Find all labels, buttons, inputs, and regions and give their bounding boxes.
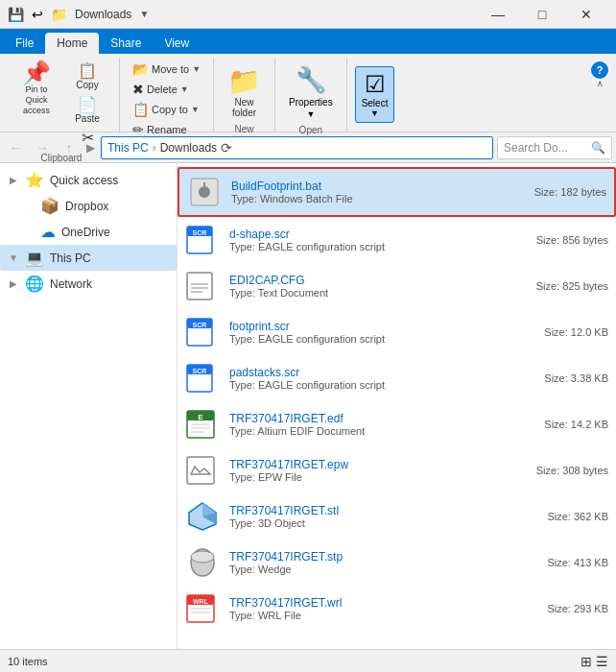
sidebar: ▶ ⭐ Quick access 📦 Dropbox ☁ OneDrive ▼ … — [0, 163, 178, 649]
copy-button[interactable]: 📋 Copy — [63, 60, 111, 92]
paste-icon: 📄 — [78, 95, 97, 113]
network-expander: ▶ — [8, 278, 19, 289]
paste-button[interactable]: 📄 Paste — [63, 93, 111, 126]
search-icon: 🔍 — [591, 141, 605, 155]
file-item-edi2cap[interactable]: EDI2CAP.CFG Type: Text Document Size: 82… — [178, 263, 616, 309]
file-size-trf-epw: Size: 308 bytes — [536, 465, 608, 476]
file-icon-padstacks: SCR — [185, 361, 220, 396]
file-item-padstacks[interactable]: SCR padstacks.scr Type: EAGLE configurat… — [178, 355, 616, 401]
sidebar-item-onedrive[interactable]: ☁ OneDrive — [15, 219, 177, 245]
select-icon: ☑ — [365, 71, 386, 98]
quick-access-save-icon[interactable]: 💾 — [8, 7, 24, 22]
refresh-button[interactable]: ⟳ — [217, 140, 236, 156]
file-name-trf-stl: TRF370417IRGET.stl — [229, 504, 537, 517]
properties-button[interactable]: 🔧 Properties ▼ — [283, 61, 339, 123]
file-size-edi2cap: Size: 825 bytes — [536, 280, 608, 292]
network-label: Network — [50, 277, 92, 291]
pin-icon: 📌 — [22, 61, 51, 84]
file-info-trf-stp: TRF370417IRGET.stp Type: Wedge — [229, 550, 537, 575]
delete-icon: ✖ — [132, 82, 144, 97]
file-info-padstacks: padstacks.scr Type: EAGLE configuration … — [229, 366, 534, 391]
properties-dropdown: ▼ — [306, 109, 315, 119]
sidebar-section: 📦 Dropbox ☁ OneDrive — [15, 193, 177, 245]
breadcrumb-this-pc[interactable]: This PC — [107, 141, 149, 155]
tab-share[interactable]: Share — [99, 33, 153, 54]
quick-access-expander: ▶ — [8, 175, 19, 185]
forward-button[interactable]: → — [31, 136, 54, 159]
copy-to-button[interactable]: 📋 Copy to ▼ — [128, 100, 205, 119]
help-button[interactable]: ? — [591, 61, 608, 79]
quick-access-icon: ⭐ — [25, 171, 44, 189]
select-button[interactable]: ☑ Select ▼ — [355, 66, 395, 123]
delete-label: Delete — [147, 84, 178, 95]
ribbon-collapse-button[interactable]: ∧ — [591, 79, 608, 88]
svg-text:E: E — [198, 413, 203, 421]
file-icon-trf-wrl: WRL — [185, 591, 220, 626]
address-input[interactable]: This PC › Downloads ⟳ — [101, 136, 493, 159]
new-folder-label: Newfolder — [232, 97, 256, 118]
pin-label: Pin to Quickaccess — [15, 84, 58, 115]
file-info-footprint: footprint.scr Type: EAGLE configuration … — [229, 320, 534, 345]
breadcrumb-downloads[interactable]: Downloads — [160, 141, 217, 155]
file-item-trf-epw[interactable]: TRF370417IRGET.epw Type: EPW File Size: … — [178, 447, 616, 493]
search-box[interactable]: Search Do... 🔍 — [497, 136, 612, 159]
file-info-edi2cap: EDI2CAP.CFG Type: Text Document — [229, 274, 527, 299]
file-item-d-shape[interactable]: SCR d-shape.scr Type: EAGLE configuratio… — [178, 217, 616, 263]
file-type-d-shape: Type: EAGLE configuration script — [229, 241, 527, 252]
rename-icon: ✏ — [132, 122, 144, 137]
grid-view-button[interactable]: ⊞ — [580, 654, 592, 669]
file-item-trf-stp[interactable]: TRF370417IRGET.stp Type: Wedge Size: 413… — [178, 540, 616, 586]
list-view-button[interactable]: ☰ — [596, 654, 608, 669]
pin-to-quick-access-button[interactable]: 📌 Pin to Quickaccess — [12, 60, 61, 117]
up-button[interactable]: ↑ — [58, 136, 81, 159]
onedrive-label: OneDrive — [61, 226, 110, 239]
move-to-button[interactable]: 📂 Move to ▼ — [128, 60, 205, 79]
delete-button[interactable]: ✖ Delete ▼ — [128, 80, 205, 99]
new-folder-button[interactable]: 📁 Newfolder — [222, 61, 267, 122]
file-size-trf-stp: Size: 413 KB — [547, 557, 608, 568]
maximize-button[interactable]: □ — [520, 0, 564, 29]
file-icon-edi2cap — [185, 269, 220, 303]
file-icon-trf-stl — [185, 499, 220, 534]
paste-label: Paste — [75, 113, 100, 124]
title-bar-left: 💾 ↩ 📁 Downloads ▼ — [8, 7, 149, 22]
file-item-trf-wrl[interactable]: WRL TRF370417IRGET.wrl Type: WRL File Si… — [178, 586, 616, 632]
sidebar-item-network[interactable]: ▶ 🌐 Network — [0, 271, 177, 297]
file-size-trf-edf: Size: 14.2 KB — [544, 419, 608, 430]
file-size-footprint: Size: 12.0 KB — [544, 326, 608, 338]
file-info-trf-epw: TRF370417IRGET.epw Type: EPW File — [229, 458, 527, 483]
back-button[interactable]: ← — [4, 136, 27, 159]
title-bar: 💾 ↩ 📁 Downloads ▼ — □ ✕ — [0, 0, 616, 29]
status-bar: 10 items ⊞ ☰ — [0, 649, 616, 672]
close-button[interactable]: ✕ — [564, 0, 608, 29]
file-item-footprint[interactable]: SCR footprint.scr Type: EAGLE configurat… — [178, 309, 616, 355]
file-size-trf-wrl: Size: 293 KB — [547, 603, 608, 614]
file-type-trf-edf: Type: Altium EDIF Document — [229, 425, 534, 437]
tab-file[interactable]: File — [4, 33, 45, 54]
quick-access-label: Quick access — [50, 174, 118, 187]
sidebar-item-quick-access[interactable]: ▶ ⭐ Quick access — [0, 167, 177, 193]
move-to-icon: 📂 — [132, 61, 149, 77]
tab-view[interactable]: View — [153, 33, 201, 54]
file-item-build-footprint[interactable]: BuildFootprint.bat Type: Windows Batch F… — [178, 167, 616, 217]
svg-text:WRL: WRL — [193, 598, 209, 605]
file-item-trf-edf[interactable]: E TRF370417IRGET.edf Type: Altium EDIF D… — [178, 401, 616, 447]
quick-access-undo-icon[interactable]: ↩ — [32, 7, 43, 22]
help-area: ? ∧ — [587, 58, 612, 132]
expand-tree-button[interactable]: ▶ — [84, 141, 97, 155]
svg-text:SCR: SCR — [193, 229, 207, 236]
item-count: 10 items — [8, 656, 48, 667]
file-item-trf-stl[interactable]: TRF370417IRGET.stl Type: 3D Object Size:… — [178, 493, 616, 540]
file-name-trf-epw: TRF370417IRGET.epw — [229, 458, 527, 471]
svg-text:SCR: SCR — [193, 368, 207, 374]
file-name-edi2cap: EDI2CAP.CFG — [229, 274, 527, 287]
svg-rect-22 — [187, 457, 214, 484]
sidebar-item-dropbox[interactable]: 📦 Dropbox — [15, 193, 177, 219]
tab-home[interactable]: Home — [45, 33, 99, 54]
file-name-trf-edf: TRF370417IRGET.edf — [229, 412, 534, 425]
properties-icon: 🔧 — [296, 65, 326, 95]
sidebar-item-this-pc[interactable]: ▼ 💻 This PC — [0, 245, 177, 271]
ribbon-group-clipboard: 📌 Pin to Quickaccess 📋 Copy 📄 Paste ✂ Cl… — [4, 58, 120, 132]
title-dropdown-icon[interactable]: ▼ — [139, 9, 149, 19]
minimize-button[interactable]: — — [476, 0, 520, 29]
